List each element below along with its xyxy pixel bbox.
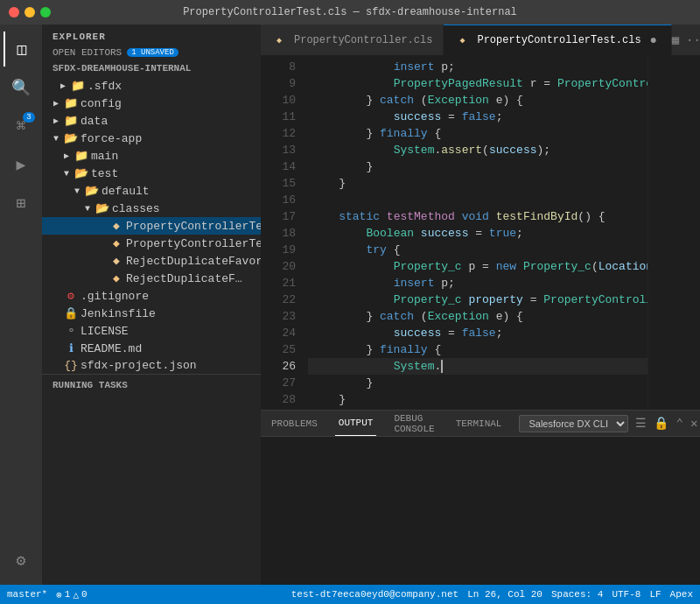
panel: PROBLEMS OUTPUT DEBUG CONSOLE TERMINAL S… [261,410,700,585]
tree-label: main [91,150,118,163]
folder-icon: 📂 [94,201,110,215]
activity-search[interactable]: 🔍 [4,70,38,105]
tab-cls-icon: ◆ [271,35,287,46]
tree-item-rdft-meta[interactable]: ▶ ◆ RejectDuplicateFavoriteTest.cls-me..… [42,270,261,287]
warning-icon: △ [73,589,79,600]
gear-icon: ⚙ [17,551,26,570]
title-bar: PropertyControllerTest.cls — sfdx-dreamh… [0,0,700,25]
line-ending-status[interactable]: LF [649,589,661,600]
code-content[interactable]: insert p; PropertyPagedResult r = Proper… [304,55,648,410]
minimize-button[interactable] [24,7,35,18]
code-line-23: } catch (Exception e) { [308,308,648,325]
tree-label: data [80,115,108,128]
code-line-25: } finally { [308,341,648,358]
tree-item-readme[interactable]: ▶ ℹ README.md [42,340,261,357]
tree-item-rdft[interactable]: ▶ ◆ RejectDuplicateFavoriteTest.cls [42,252,261,270]
code-line-21: insert p; [308,275,648,291]
code-line-17: static testMethod void testFindById() { [308,208,648,225]
code-editor: 8 9 10 11 12 13 14 15 16 17 18 19 20 21 … [261,55,700,410]
panel-content [261,437,700,585]
code-line-28: } [308,391,648,408]
status-right: test-dt7eeca0eyd0@company.net Ln 26, Col… [291,589,693,600]
spaces-status[interactable]: Spaces: 4 [551,589,603,600]
problems-tab-label: PROBLEMS [271,418,318,429]
more-actions-icon[interactable]: ··· [686,33,700,47]
tree-item-config[interactable]: ▶ 📁 config [42,95,261,112]
tree-item-jenkinsfile[interactable]: ▶ 🔒 Jenkinsfile [42,305,261,322]
debug-console-tab-label: DEBUG CONSOLE [394,413,434,434]
tree-label: RejectDuplicateFavoriteTest.cls-me... [126,272,248,285]
tree-item-sfdx-project[interactable]: ▶ {} sfdx-project.json [42,357,261,374]
activity-settings[interactable]: ⚙ [4,543,38,578]
open-editors-label: OPEN EDITORS [52,47,122,58]
output-tab-label: OUTPUT [339,418,374,428]
tab-close-button[interactable]: ● [647,33,661,47]
panel-tab-terminal[interactable]: TERMINAL [452,411,506,436]
error-count-status[interactable]: ⊗ 1 △ 0 [56,589,87,600]
output-source-dropdown[interactable]: Salesforce DX CLI [519,415,628,432]
arrow-icon: ▼ [80,204,94,214]
panel-tab-problems[interactable]: PROBLEMS [268,411,321,436]
code-line-26: System. [308,358,648,375]
source-control-badge: 3 [23,112,35,123]
close-panel-icon[interactable]: ✕ [690,416,697,431]
code-line-12: } finally { [308,125,648,142]
maximize-button[interactable] [40,7,51,18]
activity-extensions[interactable]: ⊞ [4,186,38,221]
tree-item-pct[interactable]: ▶ ◆ PropertyControllerTest.cls [42,217,261,235]
warning-count: 0 [81,589,88,600]
tree-item-force-app[interactable]: ▼ 📂 force-app [42,130,261,147]
tab-label: PropertyControllerTest.cls [477,34,640,46]
panel-tab-output[interactable]: OUTPUT [335,411,377,436]
git-file-icon: ⚙ [63,289,79,303]
code-line-22: Property_c property = PropertyController… [308,291,648,308]
code-line-10: } catch (Exception e) { [308,92,648,109]
window-controls[interactable] [9,7,51,18]
minimap [648,55,700,410]
tree-label: sfdx-project.json [80,359,197,372]
tab-property-controller-test[interactable]: ◆ PropertyControllerTest.cls ● [444,25,671,55]
file-icon: 🔒 [63,306,79,320]
tree-label: classes [112,202,160,215]
code-line-27: } [308,375,648,391]
tab-label: PropertyController.cls [294,34,432,46]
activity-explorer[interactable]: ◫ [4,32,38,67]
language-status[interactable]: Apex [670,589,693,600]
tree-item-test[interactable]: ▼ 📂 test [42,165,261,182]
close-button[interactable] [9,7,19,18]
cursor-position-status[interactable]: Ln 26, Col 20 [467,589,542,600]
xml-file-icon: ◆ [108,236,124,250]
arrow-icon: ▶ [49,98,63,109]
split-editor-icon[interactable]: ▦ [672,32,679,47]
tree-label: RejectDuplicateFavoriteTest.cls [126,255,261,268]
tree-item-default[interactable]: ▼ 📂 default [42,182,261,200]
error-icon: ⊗ [56,589,62,600]
tree-label: force-app [80,132,142,145]
code-line-8: insert p; [308,59,648,75]
tree-item-license[interactable]: ▶ ⚬ LICENSE [42,322,261,340]
tab-bar: ◆ PropertyController.cls ◆ PropertyContr… [261,25,700,55]
panel-tab-debug-console[interactable]: DEBUG CONSOLE [390,411,438,436]
tree-item-gitignore[interactable]: ▶ ⚙ .gitignore [42,287,261,305]
user-status[interactable]: test-dt7eeca0eyd0@company.net [291,589,458,600]
tab-property-controller[interactable]: ◆ PropertyController.cls [261,25,444,55]
tree-item-classes[interactable]: ▼ 📂 classes [42,200,261,217]
activity-bar: ◫ 🔍 ⌘ 3 ▶ ⊞ ⚙ [0,25,42,585]
tree-label: PropertyControllerTest.cls-meta.xml [126,237,261,250]
tree-item-main[interactable]: ▶ 📁 main [42,147,261,165]
folder-icon: 📁 [70,79,86,93]
encoding-status[interactable]: UTF-8 [612,589,640,600]
tree-item-sfdx[interactable]: ▶ 📁 .sfdx [42,77,261,95]
tree-item-pct-meta[interactable]: ▶ ◆ PropertyControllerTest.cls-meta.xml [42,235,261,252]
arrow-icon: ▼ [70,186,84,196]
file-icon: ⚬ [63,324,79,338]
tree-label: PropertyControllerTest.cls [126,220,261,233]
lock-output-icon[interactable]: 🔒 [654,416,668,431]
cls-file-icon: ◆ [108,219,124,233]
clear-output-icon[interactable]: ☰ [635,416,647,431]
maximize-panel-icon[interactable]: ⌃ [676,416,682,431]
activity-debug[interactable]: ▶ [4,147,38,182]
tree-item-data[interactable]: ▶ 📁 data [42,112,261,130]
git-branch-status[interactable]: master* [7,589,47,600]
activity-source-control[interactable]: ⌘ 3 [4,109,38,144]
